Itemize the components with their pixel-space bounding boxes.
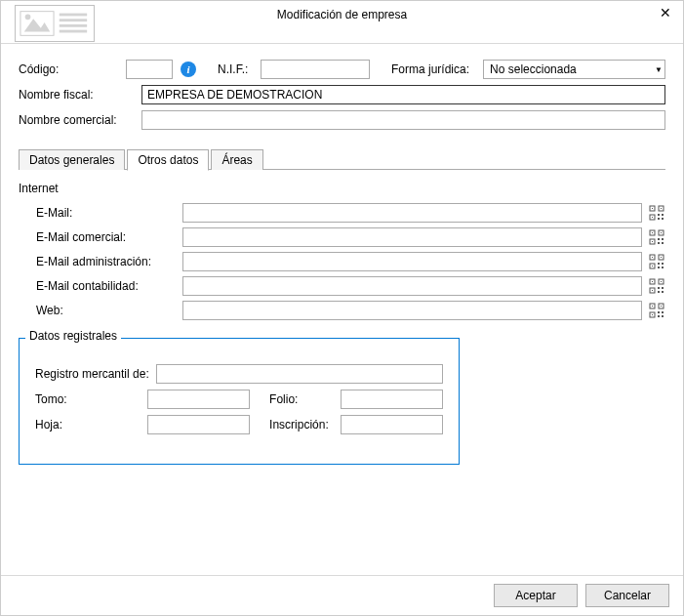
header-row-2: Nombre fiscal: EMPRESA DE DEMOSTRACION bbox=[19, 85, 665, 104]
svg-rect-10 bbox=[652, 208, 653, 209]
qr-icon[interactable] bbox=[648, 228, 665, 246]
svg-rect-50 bbox=[652, 306, 653, 307]
internet-group-label: Internet bbox=[19, 182, 665, 195]
forma-juridica-value: No seleccionada bbox=[490, 62, 577, 76]
nombre-fiscal-input[interactable]: EMPRESA DE DEMOSTRACION bbox=[141, 85, 665, 104]
info-icon[interactable]: i bbox=[181, 62, 196, 77]
tab-areas[interactable]: Áreas bbox=[211, 149, 262, 170]
registro-row: Registro mercantil de: bbox=[35, 364, 443, 384]
svg-rect-52 bbox=[652, 314, 653, 315]
svg-rect-40 bbox=[652, 281, 653, 282]
svg-rect-6 bbox=[60, 30, 87, 33]
email-comercial-label: E-Mail comercial: bbox=[36, 230, 182, 244]
registro-label: Registro mercantil de: bbox=[35, 367, 156, 381]
email-contabilidad-row: E-Mail contabilidad: bbox=[19, 276, 665, 296]
email-label: E-Mail: bbox=[36, 206, 182, 220]
email-admin-input[interactable] bbox=[182, 252, 642, 271]
hoja-label: Hoja: bbox=[35, 418, 147, 431]
svg-rect-15 bbox=[658, 218, 660, 220]
forma-juridica-select[interactable]: No seleccionada ▼ bbox=[483, 60, 665, 79]
svg-rect-53 bbox=[658, 311, 660, 313]
email-comercial-input[interactable] bbox=[182, 227, 642, 247]
svg-rect-43 bbox=[658, 287, 660, 289]
svg-rect-34 bbox=[662, 263, 664, 265]
svg-rect-13 bbox=[658, 214, 660, 216]
tab-datos-generales[interactable]: Datos generales bbox=[19, 149, 125, 170]
svg-point-2 bbox=[25, 15, 31, 21]
svg-rect-21 bbox=[661, 232, 662, 233]
codigo-input[interactable] bbox=[126, 60, 173, 79]
qr-icon[interactable] bbox=[648, 302, 665, 319]
tab-body: Internet E-Mail: E-Mail comercial: E-Mai… bbox=[19, 169, 665, 465]
email-admin-label: E-Mail administración: bbox=[36, 255, 182, 268]
folio-input[interactable] bbox=[341, 390, 443, 409]
codigo-label: Código: bbox=[19, 62, 122, 76]
cancel-button[interactable]: Cancelar bbox=[585, 584, 669, 607]
svg-rect-5 bbox=[60, 24, 87, 27]
header-row-1: Código: i N.I.F.: Forma jurídica: No sel… bbox=[19, 60, 665, 79]
svg-rect-31 bbox=[661, 257, 662, 258]
content-area: Código: i N.I.F.: Forma jurídica: No sel… bbox=[1, 44, 683, 472]
tab-otros-datos[interactable]: Otros datos bbox=[127, 149, 209, 171]
qr-icon[interactable] bbox=[648, 204, 665, 222]
svg-rect-42 bbox=[652, 290, 653, 291]
nombre-comercial-input[interactable] bbox=[141, 110, 665, 130]
inscripcion-input[interactable] bbox=[341, 415, 443, 434]
svg-rect-35 bbox=[658, 267, 660, 268]
email-admin-row: E-Mail administración: bbox=[19, 252, 665, 271]
svg-rect-12 bbox=[652, 217, 653, 218]
datos-registrales-fieldset: Datos registrales Registro mercantil de:… bbox=[19, 338, 460, 465]
svg-rect-16 bbox=[662, 218, 664, 220]
svg-rect-24 bbox=[662, 238, 664, 240]
tomo-folio-row: Tomo: Folio: bbox=[35, 390, 443, 409]
email-input[interactable] bbox=[182, 203, 642, 223]
web-row: Web: bbox=[19, 301, 665, 320]
email-comercial-row: E-Mail comercial: bbox=[19, 227, 665, 247]
tomo-input[interactable] bbox=[147, 390, 250, 409]
tab-bar: Datos generales Otros datos Áreas bbox=[19, 149, 665, 170]
email-contabilidad-label: E-Mail contabilidad: bbox=[36, 279, 182, 293]
forma-juridica-label: Forma jurídica: bbox=[391, 62, 469, 76]
svg-rect-11 bbox=[661, 208, 662, 209]
footer-bar: Aceptar Cancelar bbox=[1, 575, 683, 615]
nombre-comercial-label: Nombre comercial: bbox=[19, 113, 141, 127]
chevron-down-icon: ▼ bbox=[655, 65, 663, 74]
nombre-fiscal-label: Nombre fiscal: bbox=[19, 88, 141, 102]
window-title: Modificación de empresa bbox=[1, 1, 683, 28]
email-contabilidad-input[interactable] bbox=[182, 276, 642, 296]
svg-rect-51 bbox=[661, 306, 662, 307]
hoja-inscripcion-row: Hoja: Inscripción: bbox=[35, 415, 443, 434]
svg-rect-41 bbox=[661, 281, 662, 282]
svg-rect-3 bbox=[60, 14, 87, 17]
svg-rect-44 bbox=[662, 287, 664, 289]
hoja-input[interactable] bbox=[147, 415, 250, 434]
web-input[interactable] bbox=[182, 301, 642, 320]
svg-rect-46 bbox=[662, 291, 664, 293]
svg-rect-14 bbox=[662, 214, 664, 216]
svg-rect-4 bbox=[60, 19, 87, 21]
title-bar: Modificación de empresa ✕ bbox=[1, 1, 683, 44]
tomo-label: Tomo: bbox=[35, 392, 147, 406]
folio-label: Folio: bbox=[269, 392, 341, 406]
svg-rect-25 bbox=[658, 242, 660, 244]
close-button[interactable]: ✕ bbox=[656, 5, 675, 21]
svg-rect-36 bbox=[662, 267, 664, 268]
svg-rect-56 bbox=[662, 315, 664, 317]
svg-marker-1 bbox=[24, 19, 51, 31]
svg-rect-45 bbox=[658, 291, 660, 293]
svg-rect-55 bbox=[658, 315, 660, 317]
accept-button[interactable]: Aceptar bbox=[494, 584, 578, 607]
header-row-3: Nombre comercial: bbox=[19, 110, 665, 130]
qr-icon[interactable] bbox=[648, 253, 665, 270]
svg-rect-32 bbox=[652, 266, 653, 267]
web-label: Web: bbox=[36, 304, 182, 317]
nif-label: N.I.F.: bbox=[218, 62, 257, 76]
qr-icon[interactable] bbox=[648, 277, 665, 295]
email-row: E-Mail: bbox=[19, 203, 665, 223]
inscripcion-label: Inscripción: bbox=[269, 418, 341, 431]
svg-rect-20 bbox=[652, 232, 653, 233]
window-logo bbox=[15, 5, 95, 42]
svg-rect-23 bbox=[658, 238, 660, 240]
nif-input[interactable] bbox=[261, 60, 370, 79]
registro-input[interactable] bbox=[156, 364, 443, 384]
